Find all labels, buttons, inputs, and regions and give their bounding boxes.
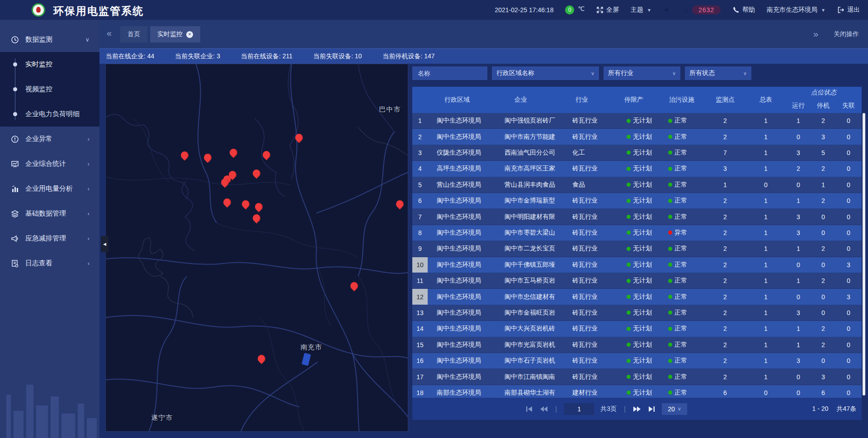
sidebar-submenu: 实时监控视频监控企业电力负荷明细 xyxy=(0,52,99,127)
cell-facility: 正常 xyxy=(659,337,704,353)
table-row[interactable]: 3仪陇生态环境局西南油气田分公司川中化工无计划正常71350 xyxy=(412,145,862,161)
stat-item-2: 当前在线设备: 211 xyxy=(241,52,292,61)
cell-company: 阆中市枣碧大梁山页岩 xyxy=(486,225,555,240)
page-number-input[interactable]: 1 xyxy=(564,403,594,415)
cell-run: 1 xyxy=(786,337,811,353)
cell-total: 1 xyxy=(746,369,786,384)
user-dropdown[interactable]: 南充市生态环境局 ▼ xyxy=(767,6,826,14)
name-filter[interactable] xyxy=(412,66,487,80)
sidebar-item-5[interactable]: 应急减排管理‹ xyxy=(0,226,99,251)
tabs-scroll-left-icon[interactable]: « xyxy=(107,28,112,38)
table-row[interactable]: 14阆中生态环境局阆中大兴页岩机砖厂砖瓦行业无计划正常21120 xyxy=(412,321,862,337)
cell-limit: 无计划 xyxy=(609,385,659,398)
close-icon[interactable]: ✕ xyxy=(186,31,193,38)
table-row[interactable]: 6阆中生态环境局阆中市金博瑞新型墙材砖瓦行业无计划正常21120 xyxy=(412,193,862,209)
table-row[interactable]: 11阆中生态环境局阆中市五马桥页岩机砖砖瓦行业无计划正常21120 xyxy=(412,273,862,289)
page-size-select[interactable]: 20 ∨ xyxy=(662,403,687,415)
logout-button[interactable]: 退出 xyxy=(837,6,860,14)
map[interactable]: 巴中市南充市遂宁市 xyxy=(105,64,408,432)
first-page-icon[interactable] xyxy=(525,405,533,413)
table-row[interactable]: 10阆中生态环境局阆中千佛镇五郎垭页岩砖瓦行业无计划正常21003 xyxy=(412,257,862,273)
cell-company: 阆中市南方节能建材有 xyxy=(486,129,555,144)
table-row[interactable]: 9阆中生态环境局阆中市二龙长宝页岩砖砖瓦行业无计划正常21120 xyxy=(412,241,862,257)
cell-points: 2 xyxy=(704,289,746,304)
status-dot-icon xyxy=(627,279,631,283)
table-row[interactable]: 13阆中生态环境局阆中市金福旺页岩机砖砖瓦行业无计划正常21300 xyxy=(412,305,862,321)
voice-toggle[interactable] xyxy=(663,6,670,14)
table-row[interactable]: 17阆中生态环境局阆中市江南镇阆南页岩砖瓦行业无计划正常21030 xyxy=(412,369,862,385)
table-row[interactable]: 18南部生态环境局南部县砌华土湖有限公建材行业无计划正常60060 xyxy=(412,385,862,398)
table-row[interactable]: 2阆中生态环境局阆中市南方节能建材有砖瓦行业无计划正常21030 xyxy=(412,129,862,145)
sidebar-item-6[interactable]: 日志查看‹ xyxy=(0,251,99,276)
name-filter-input[interactable] xyxy=(417,69,483,77)
status-dot-icon xyxy=(627,167,631,171)
cell-lost: 0 xyxy=(835,337,862,353)
region-filter-select[interactable]: 行政区域名称 ∨ xyxy=(492,66,599,80)
cell-district: 阆中生态环境局 xyxy=(428,257,486,273)
table-row[interactable]: 5营山生态环境局营山县润丰肉食品有限食品无计划正常10010 xyxy=(412,177,862,193)
cell-run: 3 xyxy=(786,353,811,368)
cell-run: 0 xyxy=(786,289,811,304)
panel-collapse-handle[interactable]: ◀ xyxy=(101,236,108,252)
sidebar-subitem-label: 视频监控 xyxy=(25,85,52,94)
table-row[interactable]: 1阆中生态环境局阆中强锐页岩砖厂砖瓦行业无计划正常21120 xyxy=(412,113,862,129)
cell-points: 7 xyxy=(704,145,746,160)
cell-industry: 砖瓦行业 xyxy=(555,353,609,368)
status-dot-icon xyxy=(668,311,672,315)
status-dot-icon xyxy=(668,375,672,379)
chevron-left-icon: ‹ xyxy=(88,260,90,267)
cell-points: 2 xyxy=(704,193,746,208)
table-row[interactable]: 8阆中生态环境局阆中市枣碧大梁山页岩砖瓦行业无计划异常21300 xyxy=(412,225,862,241)
cell-total: 1 xyxy=(746,305,786,320)
theme-dropdown[interactable]: 主题 ▼ xyxy=(631,6,651,14)
prev-page-icon[interactable] xyxy=(540,405,548,413)
tab-home[interactable]: 首页 xyxy=(120,26,147,42)
right-panel: 行政区域名称 ∨ 所有行业 ∨ 所有状态 ∨ 行政区域 企业 行业 xyxy=(412,64,862,432)
next-page-icon[interactable] xyxy=(633,405,641,413)
sidebar-item-3[interactable]: 企业用电量分析‹ xyxy=(0,176,99,201)
last-page-icon[interactable] xyxy=(647,405,656,413)
cell-points: 2 xyxy=(704,369,746,384)
tab-realtime-monitor[interactable]: 实时监控 ✕ xyxy=(150,26,200,42)
table-row[interactable]: 7阆中生态环境局阆中明阳建材有限公司砖瓦行业无计划正常21300 xyxy=(412,209,862,225)
cell-run: 3 xyxy=(786,305,811,320)
table-row[interactable]: 16阆中生态环境局阆中市石子页岩机砖厂砖瓦行业无计划正常21300 xyxy=(412,353,862,369)
fullscreen-button[interactable]: 全屏 xyxy=(596,6,619,14)
industry-filter-select[interactable]: 所有行业 ∨ xyxy=(604,66,680,80)
page-size-value: 20 xyxy=(668,405,675,413)
table-row[interactable]: 12阆中生态环境局阆中市忠信建材有限公砖瓦行业无计划正常21003 xyxy=(412,289,862,305)
help-button[interactable]: 帮助 xyxy=(732,6,755,14)
tabs-scroll-right-icon[interactable]: » xyxy=(813,29,818,39)
log-icon xyxy=(11,259,19,268)
sidebar-item-1[interactable]: 企业异常‹ xyxy=(0,127,99,151)
table-row[interactable]: 15阆中生态环境局阆中市光富页岩机砖厂砖瓦行业无计划正常21120 xyxy=(412,337,862,353)
cell-stop: 0 xyxy=(811,353,835,368)
cell-points: 2 xyxy=(704,337,746,353)
cell-industry: 食品 xyxy=(555,177,609,193)
status-dot-icon xyxy=(668,279,672,283)
chevron-left-icon: ‹ xyxy=(88,210,90,217)
cell-limit: 无计划 xyxy=(609,209,659,224)
table-row[interactable]: 4高坪生态环境局南充市高坪区王家店建砖瓦行业无计划正常31220 xyxy=(412,161,862,177)
cell-total: 1 xyxy=(746,241,786,256)
sidebar-subitem-0-0[interactable]: 实时监控 xyxy=(0,52,99,77)
cell-limit: 无计划 xyxy=(609,369,659,384)
sidebar-item-0[interactable]: 数据监测∨ xyxy=(0,27,99,52)
fullscreen-icon xyxy=(596,6,604,14)
status-dot-icon xyxy=(627,247,631,251)
bullet-icon xyxy=(13,112,17,116)
cell-run: 0 xyxy=(786,257,811,273)
notifications[interactable]: 2632 xyxy=(682,5,721,14)
sidebar-subitem-0-1[interactable]: 视频监控 xyxy=(0,77,99,102)
sidebar-item-2[interactable]: 企业综合统计‹ xyxy=(0,151,99,176)
table-scrollbar[interactable] xyxy=(863,113,865,396)
status-dot-icon xyxy=(627,327,631,331)
sidebar-subitem-0-2[interactable]: 企业电力负荷明细 xyxy=(0,102,99,127)
status-filter-select[interactable]: 所有状态 ∨ xyxy=(685,66,751,80)
chevron-down-icon: ▼ xyxy=(821,8,826,13)
app-logo-icon xyxy=(32,3,45,17)
sidebar-item-4[interactable]: 基础数据管理‹ xyxy=(0,201,99,226)
close-operations-button[interactable]: 关闭操作 xyxy=(834,30,859,38)
region-filter-value: 行政区域名称 xyxy=(496,69,534,77)
cell-limit: 无计划 xyxy=(609,337,659,353)
